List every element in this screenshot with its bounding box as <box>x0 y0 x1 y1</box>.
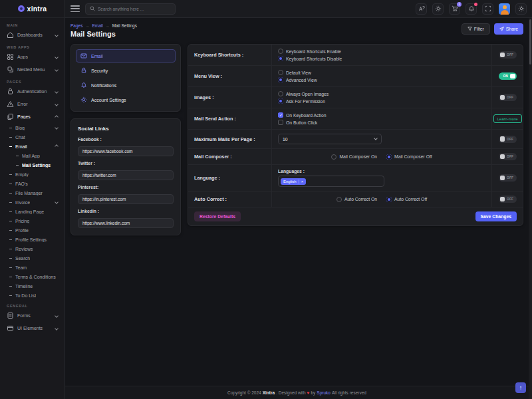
radio-always-open-images[interactable]: Always Open Images <box>278 91 485 96</box>
sidebar-item-forms[interactable]: Forms <box>0 309 65 322</box>
radio-default-view[interactable]: Default View <box>278 70 485 75</box>
sidebar-item-profile-settings[interactable]: Profile Settings <box>0 235 65 244</box>
learn-more-button[interactable]: Learn-more <box>493 114 522 123</box>
language-toggle[interactable]: OFF <box>499 174 517 182</box>
scrollbar-thumb[interactable] <box>529 19 531 65</box>
mail-composer-toggle[interactable]: OFF <box>499 153 517 160</box>
row-label: Mail Composer : <box>188 149 272 164</box>
sidebar-item-terms[interactable]: Terms & Conditions <box>0 272 65 281</box>
keyboard-shortcuts-toggle[interactable]: OFF <box>499 51 517 59</box>
sidebar-item-profile[interactable]: Profile <box>0 225 65 235</box>
sidebar-item-label: Search <box>15 256 30 261</box>
radio-auto-correct-on[interactable]: Auto Correct On <box>336 197 377 202</box>
twitter-label: Twitter : <box>78 161 174 166</box>
auto-correct-toggle[interactable]: OFF <box>499 196 517 203</box>
radio-keyboard-enable[interactable]: Keyboard Shortcuts Enable <box>278 49 485 54</box>
global-search[interactable] <box>85 3 176 15</box>
sidebar-item-todo[interactable]: To Do List <box>0 291 65 300</box>
theme-toggle-button[interactable] <box>432 3 444 15</box>
pinterest-input[interactable] <box>78 194 174 204</box>
sidebar-item-landing-page[interactable]: Landing Page <box>0 207 65 216</box>
sidebar-item-nested-menu[interactable]: Nested Menu <box>0 63 65 76</box>
remove-tag-icon[interactable]: × <box>299 180 304 184</box>
settings-card-footer: Restore Defaults Save Changes <box>188 207 523 225</box>
page-title: Mail Settings <box>70 30 137 38</box>
settings-nav-label: Email <box>91 54 103 59</box>
language-tag: English × <box>281 178 306 185</box>
sidebar-item-timeline[interactable]: Timeline <box>0 281 65 291</box>
breadcrumb-email[interactable]: Email <box>92 23 102 28</box>
vertical-scrollbar[interactable] <box>529 18 532 399</box>
filter-button[interactable]: Filter <box>462 23 490 35</box>
search-input[interactable] <box>98 7 171 11</box>
sidebar-item-apps[interactable]: Apps <box>0 51 65 63</box>
fullscreen-button[interactable] <box>482 3 493 15</box>
sidebar-item-invoice[interactable]: Invoice <box>0 198 65 207</box>
option-label: Advanced View <box>286 78 317 82</box>
save-changes-button[interactable]: Save Changes <box>475 211 517 221</box>
translate-button[interactable] <box>416 3 427 15</box>
twitter-input[interactable] <box>78 170 174 180</box>
sidebar-toggle-icon[interactable] <box>70 5 80 12</box>
languages-multiselect[interactable]: English × <box>278 176 384 187</box>
sidebar-item-file-manager[interactable]: File Manager <box>0 188 65 198</box>
dash-icon <box>9 258 12 259</box>
radio-auto-correct-off[interactable]: Auto Correct Off <box>386 197 427 202</box>
row-label: Menu View : <box>188 66 272 86</box>
sidebar-item-authentication[interactable]: Authentication <box>0 85 65 98</box>
sidebar-item-label: Mail App <box>22 154 40 158</box>
sidebar-item-empty[interactable]: Empty <box>0 170 65 179</box>
avatar[interactable] <box>499 3 510 15</box>
sidebar-item-dashboards[interactable]: Dashboards <box>0 29 65 41</box>
settings-gear-button[interactable] <box>515 3 527 15</box>
sidebar-item-pricing[interactable]: Pricing <box>0 216 65 225</box>
radio-advanced-view[interactable]: Advanced View <box>278 77 485 82</box>
radio-keyboard-disable[interactable]: Keyboard Shortcuts Disable <box>278 56 485 61</box>
sidebar-item-blog[interactable]: Blog <box>0 123 65 132</box>
cart-button[interactable]: 1 <box>449 3 460 15</box>
radio-mail-composer-on[interactable]: Mail Composer On <box>331 154 377 160</box>
sidebar-item-label: Error <box>17 102 28 106</box>
footer-text: . Designed with <box>276 390 305 395</box>
sidebar-item-team[interactable]: Team <box>0 263 65 272</box>
sidebar-item-faqs[interactable]: FAQ's <box>0 179 65 188</box>
dash-icon <box>9 230 12 231</box>
menu-view-toggle[interactable]: ON <box>499 72 517 80</box>
scroll-to-top-button[interactable]: ↑ <box>515 382 526 393</box>
sidebar-item-reviews[interactable]: Reviews <box>0 244 65 253</box>
sidebar-item-chat[interactable]: Chat <box>0 132 65 142</box>
restore-defaults-button[interactable]: Restore Defaults <box>194 211 241 221</box>
radio-mail-composer-off[interactable]: Mail Composer Off <box>386 154 432 160</box>
sidebar-item-mail-app[interactable]: Mail App <box>0 151 65 160</box>
sidebar-item-mail-settings[interactable]: Mail Settings <box>0 160 65 170</box>
dash-icon <box>9 221 12 221</box>
sidebar-item-error[interactable]: Error <box>0 98 65 110</box>
sidebar-item-email[interactable]: Email <box>0 142 65 151</box>
max-mails-select[interactable]: 10 <box>278 134 382 144</box>
images-toggle[interactable]: OFF <box>499 94 517 101</box>
share-button[interactable]: Share <box>494 23 523 35</box>
toggle-knob <box>500 176 505 181</box>
max-mails-toggle[interactable]: OFF <box>499 136 517 143</box>
sidebar-heading-pages: PAGES <box>0 76 65 85</box>
radio-ask-for-permission[interactable]: Ask For Permission <box>278 98 485 104</box>
sidebar-item-ui-elements[interactable]: UI Elements <box>0 322 65 334</box>
checkbox-on-button-click[interactable]: On Button Click <box>278 120 485 125</box>
sidebar-item-pages[interactable]: Pages <box>0 110 65 123</box>
breadcrumb-pages[interactable]: Pages <box>70 23 82 28</box>
footer-spruko-link[interactable]: Spruko <box>317 390 331 395</box>
checkbox-on-keyboard-action[interactable]: On Keyboard Action <box>278 112 485 118</box>
chevron-down-icon <box>55 102 59 106</box>
settings-nav-notifications[interactable]: Notifications <box>76 78 176 92</box>
sidebar-item-label: To Do List <box>15 293 36 298</box>
settings-nav-account-settings[interactable]: Account Settings <box>76 93 176 106</box>
pinterest-label: Pinterest: <box>78 185 174 190</box>
settings-nav-security[interactable]: Security <box>76 64 176 77</box>
settings-nav-email[interactable]: Email <box>76 49 176 63</box>
notifications-button[interactable] <box>466 3 477 15</box>
linkedin-input[interactable] <box>78 218 174 228</box>
sidebar-item-search[interactable]: Search <box>0 253 65 263</box>
brand-logo[interactable]: xintra <box>0 0 65 18</box>
facebook-input[interactable] <box>78 146 174 156</box>
sidebar-heading-general: GENERAL <box>0 300 65 309</box>
